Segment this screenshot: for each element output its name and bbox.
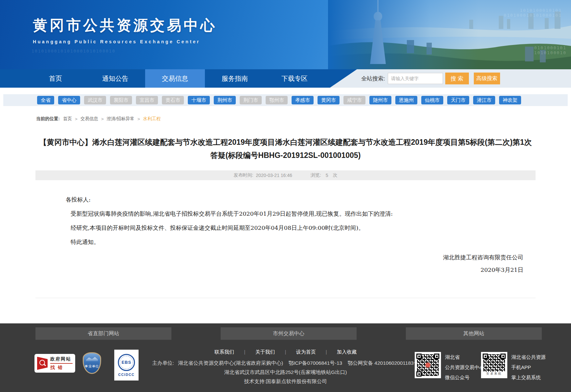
app-qr-code-image: 安卓系统 <box>481 352 507 378</box>
article-paragraph: 受新型冠状病毒肺炎疫情的影响,湖北省电子招投标交易平台系统于2020年01月29… <box>66 207 525 221</box>
gov-site-error-report-badge[interactable]: 政府网站 找错 <box>34 354 75 373</box>
footer-link-contact-us[interactable]: 联系我们 <box>214 349 234 355</box>
article-title: 【黄冈市中心】浠水白莲河灌区续建配套与节水改造工程2019年度项目浠水白莲河灌区… <box>38 136 533 162</box>
search-input[interactable] <box>388 73 443 84</box>
ebs-caption: CCIDCC <box>118 373 135 377</box>
region-button[interactable]: 鄂州市 <box>266 96 288 104</box>
wechat-qr-group: 湖北省 公共资源交易中心 微信公众号 <box>415 352 484 382</box>
region-button[interactable]: 省中心 <box>58 96 80 104</box>
nav-item-trade-info[interactable]: 交易信息 <box>145 69 205 88</box>
region-button[interactable]: 全省 <box>37 96 54 104</box>
gov-site-error-text: 政府网站 找错 <box>50 356 73 371</box>
article-paragraph: 经研究,本项目的开标时间及投标文件、投标保证金递交截止时间延期至2020年04月… <box>66 221 525 235</box>
region-button[interactable]: 随州市 <box>369 96 391 104</box>
public-security-license-link[interactable]: 鄂公网安备 42010602001183号 <box>348 360 419 366</box>
binary-pattern: 1010100010101 010100010101000101 <box>504 8 562 18</box>
footer-link-about-us[interactable]: 关于我们 <box>255 349 275 355</box>
region-button[interactable]: 黄石市 <box>162 96 184 104</box>
nav-item-notices[interactable]: 通知公告 <box>85 69 145 88</box>
breadcrumb-item-water-projects[interactable]: 水利工程 <box>143 116 161 122</box>
region-button[interactable]: 荆州市 <box>214 96 236 104</box>
shield-label: 事业单位 <box>85 364 99 369</box>
region-button[interactable]: 咸宁市 <box>343 96 365 104</box>
region-button[interactable]: 神农架 <box>499 96 521 104</box>
wechat-qr-code-image <box>415 352 441 378</box>
organizer-name: 湖北省公共资源交易中心(湖北省政府采购中心) <box>178 360 283 366</box>
breadcrumb-label: 当前的位置: <box>36 116 60 122</box>
signature-date: 2020年3月21日 <box>0 264 523 276</box>
advanced-search-button[interactable]: 高级搜索 <box>474 73 500 84</box>
breadcrumb-item-trade-info[interactable]: 交易信息 <box>80 116 98 122</box>
breadcrumb-separator: > <box>75 117 77 121</box>
search-button[interactable]: 搜 索 <box>445 73 469 84</box>
nav-item-service-guide[interactable]: 服务指南 <box>205 69 265 88</box>
footer: 省直部门网站 市州交易中心 其他网站 联系我们 | 关于我们 | 设为首页 | … <box>0 323 571 392</box>
views-label: 浏览: <box>311 172 321 178</box>
search-label: 全站搜索: <box>361 75 385 82</box>
binary-pattern: 0101000101 1010100010 <box>534 45 566 55</box>
gov-site-error-line2: 找错 <box>50 365 73 371</box>
android-caption: 安卓系统 <box>483 372 505 376</box>
footer-link-separator: | <box>326 349 327 355</box>
views-unit: 次 <box>333 172 338 178</box>
binary-pattern: 10101000101010001010100010 <box>32 49 116 54</box>
footer-link-separator: | <box>244 349 245 355</box>
site-tab-other-sites[interactable]: 其他网站 <box>406 327 542 340</box>
region-button[interactable]: 襄阳市 <box>110 96 132 104</box>
region-button[interactable]: 宜昌市 <box>136 96 158 104</box>
friend-site-tabs: 省直部门网站 市州交易中心 其他网站 <box>35 327 542 340</box>
article-paragraph: 特此通知。 <box>66 235 525 249</box>
site-subtitle: Huanggang Public Resources Exchange Cent… <box>33 39 217 44</box>
wechat-qr-center-logo <box>425 362 431 368</box>
icp-license-link[interactable]: 鄂ICP备07006841号-13 <box>289 360 342 366</box>
region-button[interactable]: 十堰市 <box>188 96 210 104</box>
region-filter-strip: 全省 省中心 武汉市 襄阳市 宜昌市 黄石市 十堰市 荆州市 荆门市 鄂州市 孝… <box>3 94 568 106</box>
publish-time-label: 发布时间: <box>233 172 253 178</box>
magnifier-icon <box>37 357 48 370</box>
breadcrumb-item-home[interactable]: 首页 <box>63 116 72 122</box>
footer-link-add-favorite[interactable]: 加入收藏 <box>337 349 357 355</box>
region-button[interactable]: 仙桃市 <box>421 96 443 104</box>
article-signature: 湖北胜捷工程咨询有限责任公司 2020年3月21日 <box>0 251 523 276</box>
gov-site-error-line1: 政府网站 <box>50 356 73 364</box>
site-logo[interactable]: 黄冈市公共资源交易中心 Huanggang Public Resources E… <box>33 16 217 44</box>
nav-item-downloads[interactable]: 下载专区 <box>265 69 324 88</box>
breadcrumb-separator: > <box>138 117 140 121</box>
region-button[interactable]: 天门市 <box>447 96 469 104</box>
content-divider <box>35 298 536 298</box>
breadcrumb: 当前的位置: 首页 > 交易信息 > 澄清/招标异常 > 水利工程 <box>36 116 571 122</box>
region-button[interactable]: 恩施州 <box>395 96 417 104</box>
site-tab-provincial-departments[interactable]: 省直部门网站 <box>35 327 171 340</box>
nav-item-home[interactable]: 首页 <box>26 69 85 88</box>
signature-company: 湖北胜捷工程咨询有限责任公司 <box>0 251 523 264</box>
ebs-certification-badge[interactable]: EBS CCIDCC <box>114 350 139 381</box>
breadcrumb-separator: > <box>101 117 104 121</box>
region-button[interactable]: 黄冈市 <box>318 96 340 104</box>
app-qr-group: 安卓系统 湖北省公共资源 手机APP 掌上交易系统 <box>481 352 546 382</box>
banner: 1010100010101 010100010101000101 0101000… <box>0 0 571 69</box>
site-search-panel: 全站搜索: 搜 索 高级搜索 <box>330 69 571 88</box>
ebs-ring-icon: EBS <box>118 354 135 371</box>
app-qr-labels: 湖北省公共资源 手机APP 掌上交易系统 <box>511 352 546 382</box>
region-button[interactable]: 潜江市 <box>473 96 495 104</box>
site-tab-city-centers[interactable]: 市州交易中心 <box>221 327 357 340</box>
region-button[interactable]: 武汉市 <box>84 96 106 104</box>
article-body: 各投标人: 受新型冠状病毒肺炎疫情的影响,湖北省电子招投标交易平台系统于2020… <box>66 193 525 249</box>
publish-time-value: 2020-03-21 16:46 <box>256 173 292 178</box>
region-button[interactable]: 荆门市 <box>240 96 262 104</box>
article-salutation: 各投标人: <box>66 193 525 207</box>
site-title: 黄冈市公共资源交易中心 <box>33 16 217 35</box>
organizer-label: 主办单位: <box>152 360 174 366</box>
ebs-text: EBS <box>121 360 131 365</box>
page: 1010100010101 010100010101000101 0101000… <box>0 0 571 392</box>
breadcrumb-item-clarification[interactable]: 澄清/招标异常 <box>107 116 135 122</box>
article-meta-bar: 发布时间: 2020-03-21 16:46 浏览: 5 次 <box>35 170 536 180</box>
region-button[interactable]: 孝感市 <box>292 96 314 104</box>
wechat-qr-labels: 湖北省 公共资源交易中心 微信公众号 <box>445 352 484 382</box>
views-count: 5 <box>326 173 328 178</box>
footer-link-set-homepage[interactable]: 设为首页 <box>296 349 316 355</box>
footer-link-separator: | <box>285 349 286 355</box>
main-navbar: 首页 通知公告 交易信息 服务指南 下载专区 全站搜索: 搜 索 高级搜索 <box>0 69 571 88</box>
